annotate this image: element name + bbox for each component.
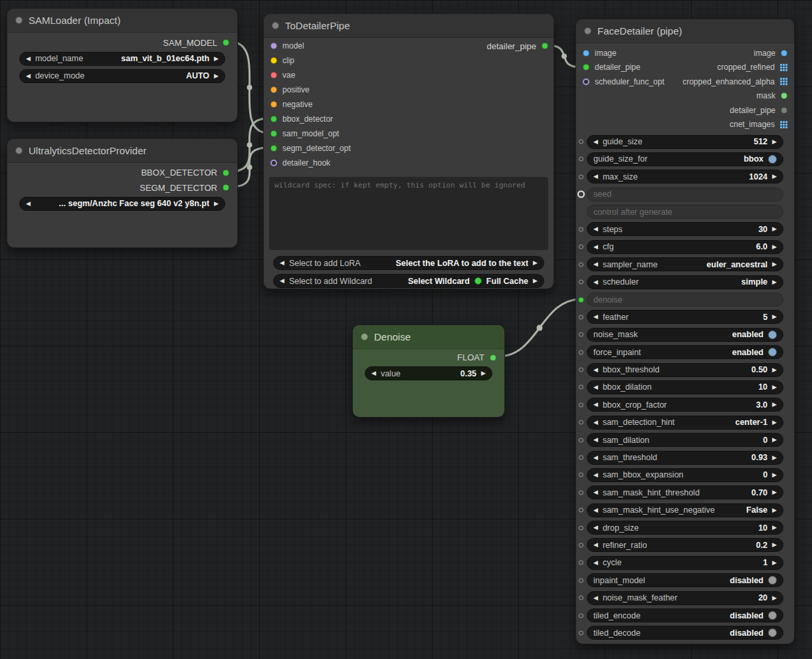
- widget-input-slot[interactable]: [579, 227, 583, 231]
- widget-pill[interactable]: scheduler simple: [587, 275, 783, 289]
- toggle-indicator[interactable]: [768, 611, 777, 620]
- increment-arrow-icon[interactable]: [772, 261, 777, 267]
- widget-row[interactable]: tiled_encode disabled: [587, 608, 783, 622]
- widget-row[interactable]: scheduler simple: [587, 275, 783, 289]
- widget-pill[interactable]: force_inpaint enabled: [587, 345, 783, 359]
- output-port[interactable]: [490, 354, 496, 361]
- node-denoise[interactable]: Denoise FLOAT value 0.35: [352, 325, 505, 418]
- widget-pill[interactable]: sam_bbox_expansion 0: [587, 468, 783, 482]
- widget-input-slot[interactable]: [579, 596, 583, 600]
- input-port[interactable]: [270, 160, 277, 166]
- node-face-detailer[interactable]: FaceDetailer (pipe) image image detailer…: [575, 19, 795, 644]
- increment-arrow-icon[interactable]: [772, 507, 777, 513]
- collapse-dot-icon[interactable]: [584, 27, 591, 35]
- widget-input-slot[interactable]: [579, 456, 583, 460]
- widget-pill[interactable]: Select to add LoRA Select the LoRA to ad…: [273, 256, 544, 270]
- widget-pill[interactable]: denoise: [587, 293, 783, 307]
- widget-pill[interactable]: cycle 1: [587, 556, 783, 570]
- widget-row[interactable]: sam_mask_hint_threshold 0.70: [587, 485, 783, 499]
- output-port[interactable]: [780, 121, 782, 123]
- widget-row[interactable]: sam_detection_hint center-1: [587, 416, 783, 430]
- node-header[interactable]: ToDetailerPipe: [264, 14, 554, 38]
- collapse-dot-icon[interactable]: [15, 147, 23, 154]
- widget-pill[interactable]: steps 30: [587, 222, 783, 236]
- increment-arrow-icon[interactable]: [772, 174, 777, 180]
- widget-input-slot[interactable]: [579, 315, 583, 319]
- decrement-arrow-icon[interactable]: [26, 56, 31, 62]
- widget-row[interactable]: cycle 1: [587, 556, 783, 570]
- widget-pill[interactable]: device_mode AUTO: [19, 69, 225, 83]
- widget-pill[interactable]: max_size 1024: [587, 170, 783, 184]
- widget-input-slot[interactable]: [579, 473, 583, 477]
- decrement-arrow-icon[interactable]: [593, 525, 598, 531]
- decrement-arrow-icon[interactable]: [280, 278, 284, 284]
- output-port[interactable]: [780, 64, 782, 66]
- widget-input-slot[interactable]: [579, 525, 583, 530]
- decrement-arrow-icon[interactable]: [26, 201, 31, 207]
- input-port[interactable]: [270, 101, 277, 108]
- toggle-indicator[interactable]: [768, 155, 777, 164]
- input-port[interactable]: [583, 64, 589, 70]
- widget-pill[interactable]: sam_detection_hint center-1: [587, 416, 783, 430]
- node-graph-canvas[interactable]: SAMLoader (Impact) SAM_MODEL model_name …: [0, 0, 812, 659]
- widget-row[interactable]: seed: [587, 188, 783, 201]
- widget-pill[interactable]: noise_mask enabled: [587, 328, 783, 342]
- increment-arrow-icon[interactable]: [772, 525, 777, 531]
- widget-pill[interactable]: sampler_name euler_ancestral: [587, 257, 783, 271]
- input-port[interactable]: [583, 50, 589, 57]
- widget-input-slot[interactable]: [579, 543, 583, 547]
- collapse-dot-icon[interactable]: [272, 22, 279, 29]
- widget-row[interactable]: sam_mask_hint_use_negative False: [587, 503, 783, 517]
- widget-pill[interactable]: feather 5: [587, 310, 783, 324]
- decrement-arrow-icon[interactable]: [593, 384, 598, 390]
- widget-input-slot[interactable]: [579, 420, 583, 425]
- widget-pill[interactable]: control after generate: [587, 205, 783, 219]
- widget-input-slot[interactable]: [577, 191, 585, 198]
- decrement-arrow-icon[interactable]: [593, 261, 598, 267]
- output-port[interactable]: [780, 78, 782, 80]
- decrement-arrow-icon[interactable]: [593, 420, 598, 426]
- widget-row[interactable]: guide_size_for bbox: [587, 152, 783, 166]
- output-port[interactable]: [542, 43, 548, 49]
- widget-pill[interactable]: bbox_crop_factor 3.0: [587, 398, 783, 412]
- widget-row[interactable]: inpaint_model disabled: [587, 573, 783, 587]
- widget-pill[interactable]: sam_mask_hint_use_negative False: [587, 503, 783, 517]
- decrement-arrow-icon[interactable]: [593, 560, 598, 566]
- input-port[interactable]: [270, 43, 277, 49]
- widget-input-slot[interactable]: [579, 350, 583, 354]
- widget-input-slot[interactable]: [579, 368, 583, 372]
- input-port[interactable]: [270, 72, 277, 78]
- widget-pill[interactable]: bbox_threshold 0.50: [587, 363, 783, 377]
- widget-pill[interactable]: seed: [587, 188, 783, 201]
- widget-row[interactable]: sam_bbox_expansion 0: [587, 468, 783, 482]
- widget-pill[interactable]: tiled_decode disabled: [587, 626, 783, 640]
- widget-row[interactable]: feather 5: [587, 310, 783, 324]
- widget-pill[interactable]: guide_size_for bbox: [587, 152, 783, 166]
- increment-arrow-icon[interactable]: [533, 278, 538, 284]
- increment-arrow-icon[interactable]: [772, 542, 777, 548]
- toggle-indicator[interactable]: [768, 348, 777, 356]
- decrement-arrow-icon[interactable]: [371, 370, 376, 376]
- decrement-arrow-icon[interactable]: [593, 174, 598, 180]
- widget-input-slot[interactable]: [579, 174, 583, 179]
- widget-input-slot[interactable]: [579, 561, 583, 565]
- widget-row[interactable]: drop_size 10: [587, 521, 783, 535]
- toggle-indicator[interactable]: [768, 330, 777, 339]
- widget-pill[interactable]: tiled_encode disabled: [587, 608, 783, 622]
- increment-arrow-icon[interactable]: [772, 139, 777, 145]
- decrement-arrow-icon[interactable]: [593, 437, 598, 443]
- widget-input-slot[interactable]: [579, 140, 583, 144]
- widget-row[interactable]: max_size 1024: [587, 170, 783, 184]
- increment-arrow-icon[interactable]: [772, 472, 777, 478]
- increment-arrow-icon[interactable]: [772, 402, 777, 408]
- decrement-arrow-icon[interactable]: [593, 226, 598, 232]
- increment-arrow-icon[interactable]: [772, 367, 777, 373]
- decrement-arrow-icon[interactable]: [593, 507, 598, 513]
- widget-input-slot[interactable]: [579, 402, 583, 407]
- widget-row[interactable]: steps 30: [587, 222, 783, 236]
- widget-row[interactable]: sampler_name euler_ancestral: [587, 257, 783, 271]
- decrement-arrow-icon[interactable]: [593, 139, 598, 145]
- node-to-detailer-pipe[interactable]: ToDetailerPipe detailer_pipe model clip: [263, 13, 554, 289]
- input-port[interactable]: [583, 78, 589, 85]
- widget-pill[interactable]: ... segm/Anzhc Face seg 640 v2 y8n.pt: [19, 197, 225, 211]
